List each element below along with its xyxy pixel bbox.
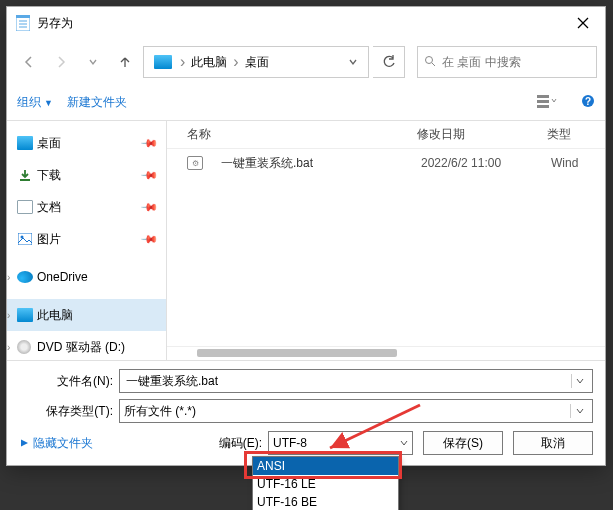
save-as-dialog: 另存为 › 此电脑 › 桌面 组织 ▼ 新建文件夹 — [6, 6, 606, 466]
pin-icon: 📌 — [139, 165, 158, 184]
breadcrumb-root[interactable]: 此电脑 — [187, 52, 231, 73]
body: 桌面 📌 下载 📌 文档 📌 图片 📌 › OneDrive — [7, 121, 605, 360]
address-bar[interactable]: › 此电脑 › 桌面 — [143, 46, 369, 78]
encoding-option-utf16le[interactable]: UTF-16 LE — [253, 475, 398, 493]
pc-icon — [17, 308, 33, 322]
breadcrumb-folder[interactable]: 桌面 — [241, 52, 273, 73]
toolbar: 组织 ▼ 新建文件夹 ? — [7, 85, 605, 121]
bottom-panel: 文件名(N): 保存类型(T): 所有文件 (*.*) ▲ 隐藏文件夹 编码(E… — [7, 360, 605, 465]
filename-input[interactable] — [124, 373, 571, 389]
filename-field[interactable] — [119, 369, 593, 393]
column-date[interactable]: 修改日期 — [417, 126, 547, 143]
documents-icon — [17, 200, 33, 214]
filetype-label: 保存类型(T): — [19, 403, 119, 420]
sidebar-item-onedrive[interactable]: › OneDrive — [7, 261, 166, 293]
sidebar-item-thispc[interactable]: › 此电脑 — [7, 299, 166, 331]
desktop-icon — [17, 136, 33, 150]
svg-rect-9 — [537, 95, 549, 98]
search-input[interactable] — [440, 54, 590, 70]
encoding-option-utf16be[interactable]: UTF-16 BE — [253, 493, 398, 510]
help-button[interactable]: ? — [581, 94, 595, 112]
sidebar: 桌面 📌 下载 📌 文档 📌 图片 📌 › OneDrive — [7, 121, 167, 360]
forward-button[interactable] — [47, 48, 75, 76]
column-name[interactable]: 名称 — [187, 126, 417, 143]
hide-folders-toggle[interactable]: ▲ 隐藏文件夹 — [19, 435, 93, 452]
sidebar-item-dvd[interactable]: › DVD 驱动器 (D:) — [7, 331, 166, 360]
sidebar-item-label: 下载 — [37, 167, 61, 184]
svg-rect-14 — [18, 233, 32, 245]
pc-icon — [154, 55, 172, 69]
search-box[interactable] — [417, 46, 597, 78]
organize-menu[interactable]: 组织 ▼ — [17, 94, 53, 111]
sidebar-item-pictures[interactable]: 图片 📌 — [7, 223, 166, 255]
dialog-title: 另存为 — [37, 15, 561, 32]
pin-icon: 📌 — [139, 133, 158, 152]
svg-line-8 — [432, 63, 435, 66]
title-bar: 另存为 — [7, 7, 605, 39]
encoding-combo[interactable]: UTF-8 — [268, 431, 413, 455]
search-icon — [424, 53, 436, 71]
column-headers: 名称 修改日期 类型 — [167, 121, 605, 149]
notepad-icon — [15, 15, 31, 31]
file-row[interactable]: ⚙ 一键重装系统.bat 2022/6/2 11:00 Wind — [167, 149, 605, 177]
chevron-right-icon: › — [180, 53, 185, 71]
chevron-right-icon[interactable]: › — [7, 310, 10, 321]
encoding-dropdown-list[interactable]: ANSI UTF-16 LE UTF-16 BE — [252, 456, 399, 510]
filetype-value: 所有文件 (*.*) — [124, 403, 570, 420]
scrollbar-thumb[interactable] — [197, 349, 397, 357]
sidebar-item-downloads[interactable]: 下载 📌 — [7, 159, 166, 191]
pin-icon: 📌 — [139, 197, 158, 216]
up-button[interactable] — [111, 48, 139, 76]
filetype-field[interactable]: 所有文件 (*.*) — [119, 399, 593, 423]
save-button[interactable]: 保存(S) — [423, 431, 503, 455]
chevron-down-icon — [400, 436, 408, 450]
view-options-button[interactable] — [537, 94, 557, 112]
close-button[interactable] — [561, 7, 605, 39]
svg-rect-11 — [537, 105, 549, 108]
onedrive-icon — [17, 271, 33, 283]
downloads-icon — [17, 168, 33, 182]
svg-rect-1 — [16, 15, 30, 18]
encoding-option-ansi[interactable]: ANSI — [253, 457, 398, 475]
refresh-button[interactable] — [373, 46, 405, 78]
recent-dropdown[interactable] — [79, 48, 107, 76]
svg-rect-10 — [537, 100, 549, 103]
file-list-pane: 名称 修改日期 类型 ⚙ 一键重装系统.bat 2022/6/2 11:00 W… — [167, 121, 605, 360]
cancel-button[interactable]: 取消 — [513, 431, 593, 455]
filename-dropdown[interactable] — [571, 374, 588, 388]
sidebar-item-desktop[interactable]: 桌面 📌 — [7, 127, 166, 159]
svg-text:?: ? — [585, 96, 591, 107]
filetype-dropdown[interactable] — [570, 404, 588, 418]
sidebar-item-documents[interactable]: 文档 📌 — [7, 191, 166, 223]
pin-icon: 📌 — [139, 229, 158, 248]
sidebar-item-label: 文档 — [37, 199, 61, 216]
chevron-right-icon[interactable]: › — [7, 272, 10, 283]
file-type: Wind — [551, 156, 578, 170]
file-name: 一键重装系统.bat — [221, 155, 421, 172]
column-type[interactable]: 类型 — [547, 126, 605, 143]
svg-point-7 — [426, 57, 433, 64]
chevron-down-icon: ▼ — [44, 98, 53, 108]
filename-label: 文件名(N): — [19, 373, 119, 390]
horizontal-scrollbar[interactable] — [167, 346, 605, 360]
file-date: 2022/6/2 11:00 — [421, 156, 551, 170]
sidebar-item-label: 桌面 — [37, 135, 61, 152]
bat-file-icon: ⚙ — [187, 156, 203, 170]
address-dropdown[interactable] — [342, 53, 364, 71]
nav-row: › 此电脑 › 桌面 — [7, 39, 605, 85]
new-folder-button[interactable]: 新建文件夹 — [67, 94, 127, 111]
sidebar-item-label: 此电脑 — [37, 307, 73, 324]
chevron-right-icon[interactable]: › — [7, 342, 10, 353]
chevron-right-icon: › — [233, 53, 238, 71]
sidebar-item-label: 图片 — [37, 231, 61, 248]
back-button[interactable] — [15, 48, 43, 76]
encoding-label: 编码(E): — [219, 435, 268, 452]
pictures-icon — [17, 232, 33, 246]
encoding-value: UTF-8 — [273, 436, 307, 450]
sidebar-item-label: DVD 驱动器 (D:) — [37, 339, 125, 356]
dvd-icon — [17, 340, 31, 354]
sidebar-item-label: OneDrive — [37, 270, 88, 284]
chevron-down-icon: ▲ — [18, 437, 32, 449]
